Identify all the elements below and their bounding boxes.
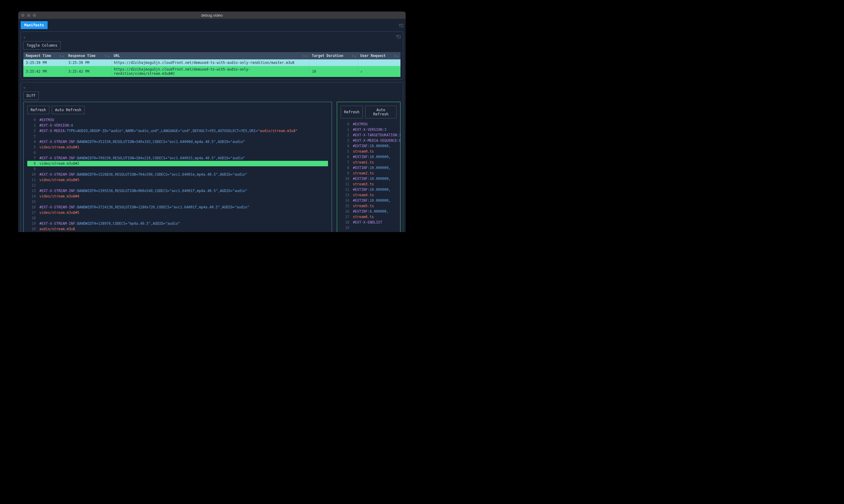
line-number: 20 bbox=[27, 226, 39, 232]
column-header[interactable]: URL⇡⇣ bbox=[111, 52, 310, 59]
sort-desc-icon[interactable]: ⇣ bbox=[108, 54, 109, 57]
chevron-down-icon[interactable]: ⌄ bbox=[23, 85, 25, 89]
code-line[interactable]: 8#EXTINF:10.000000, bbox=[341, 165, 397, 170]
requests-panel: ⌄ ?⃝ Toggle Columns Request Time⇡⇣Respon… bbox=[21, 32, 403, 80]
code-line[interactable]: 9 bbox=[27, 166, 328, 172]
sort-desc-icon[interactable]: ⇣ bbox=[354, 54, 356, 57]
code-line[interactable]: 11stream3.ts bbox=[341, 181, 397, 187]
code-line[interactable]: 16#EXT-X-STREAM-INF:BANDWIDTH=3724136,RE… bbox=[27, 204, 328, 210]
line-content: #EXTINF:10.000000, bbox=[353, 143, 391, 149]
sort-asc-icon[interactable]: ⇡ bbox=[303, 54, 305, 57]
help-icon[interactable]: ?⃝ bbox=[396, 34, 400, 39]
code-line[interactable]: 2#EXT-X-MEDIA:TYPE=AUDIO,GROUP-ID="audio… bbox=[27, 128, 328, 133]
sort-desc-icon[interactable]: ⇣ bbox=[306, 54, 307, 57]
line-number: 1 bbox=[27, 123, 39, 128]
code-line[interactable]: 15 bbox=[27, 199, 328, 204]
line-content: #EXT-X-MEDIA:TYPE=AUDIO,GROUP-ID="audio"… bbox=[39, 128, 298, 133]
code-line[interactable]: 19 bbox=[341, 225, 397, 231]
cell-req: 3:25:39 PM bbox=[23, 59, 66, 66]
checkmark-icon: ✓ bbox=[360, 69, 363, 74]
line-number: 16 bbox=[27, 204, 39, 210]
code-line[interactable]: 5video/stream.m3u8#1 bbox=[27, 144, 328, 150]
line-content: stream3.ts bbox=[353, 181, 374, 187]
sort-asc-icon[interactable]: ⇡ bbox=[394, 54, 396, 57]
line-number: 17 bbox=[341, 214, 353, 220]
code-line[interactable]: 16#EXTINF:6.000000, bbox=[341, 209, 397, 214]
refresh-button[interactable]: Refresh bbox=[27, 106, 49, 114]
column-header[interactable]: Target Duration⇡⇣ bbox=[310, 52, 358, 59]
line-number: 1 bbox=[341, 127, 353, 132]
diff-button[interactable]: Diff bbox=[23, 91, 39, 100]
line-number: 0 bbox=[341, 122, 353, 127]
sort-asc-icon[interactable]: ⇡ bbox=[351, 54, 353, 57]
auto-refresh-button[interactable]: Auto Refresh bbox=[365, 106, 397, 119]
code-line[interactable]: 20audio/stream.m3u8 bbox=[27, 226, 328, 232]
code-line[interactable]: 9stream2.ts bbox=[341, 170, 397, 176]
line-content: #EXT-X-TARGETDURATION:10 bbox=[353, 132, 400, 138]
code-line[interactable]: 17stream6.ts bbox=[341, 214, 397, 220]
line-content: #EXT-X-ENDLIST bbox=[353, 220, 382, 225]
code-line[interactable]: 0#EXTM3U bbox=[27, 117, 328, 123]
code-line[interactable]: 1#EXT-X-VERSION:3 bbox=[341, 127, 397, 132]
code-line[interactable]: 5stream0.ts bbox=[341, 149, 397, 154]
code-line[interactable]: 19#EXT-X-STREAM-INF:BANDWIDTH=138976,COD… bbox=[27, 221, 328, 226]
code-line[interactable]: 3 bbox=[27, 133, 328, 139]
line-content: #EXTM3U bbox=[353, 122, 367, 127]
line-content: #EXT-X-VERSION:3 bbox=[353, 127, 386, 132]
tab-manifests[interactable]: Manifests bbox=[21, 21, 48, 29]
code-line[interactable]: 3#EXT-X-MEDIA-SEQUENCE:0 bbox=[341, 138, 397, 143]
code-line[interactable]: 18#EXT-X-ENDLIST bbox=[341, 220, 397, 225]
code-line[interactable]: 18 bbox=[27, 215, 328, 221]
line-number: 9 bbox=[341, 170, 353, 176]
code-line[interactable]: 7stream1.ts bbox=[341, 160, 397, 165]
content: Manifests ?⃝ ⌄ ?⃝ Toggle Columns Request… bbox=[18, 19, 406, 232]
chevron-down-icon[interactable]: ⌄ bbox=[23, 35, 25, 39]
line-content: stream5.ts bbox=[353, 203, 374, 209]
code-line[interactable]: 6#EXTINF:10.000000, bbox=[341, 154, 397, 160]
code-line[interactable]: 12#EXTINF:10.000000, bbox=[341, 187, 397, 192]
help-icon[interactable]: ?⃝ bbox=[398, 23, 403, 28]
code-line[interactable]: 14video/stream.m3u8#4 bbox=[27, 194, 328, 199]
table-row[interactable]: 3:25:42 PM3:25:42 PMhttps://d2zihajmogu5… bbox=[23, 66, 400, 77]
sort-asc-icon[interactable]: ⇡ bbox=[105, 54, 107, 57]
code-line[interactable]: 10#EXT-X-STREAM-INF:BANDWIDTH=1526836,RE… bbox=[27, 172, 328, 177]
line-number: 13 bbox=[341, 192, 353, 198]
code-line[interactable]: 15stream5.ts bbox=[341, 203, 397, 209]
code-line[interactable]: 1#EXT-X-VERSION:4 bbox=[27, 123, 328, 128]
column-header[interactable]: Response Time⇡⇣ bbox=[66, 52, 111, 59]
code-line[interactable]: 8video/stream.m3u8#2 bbox=[27, 161, 328, 166]
line-content: video/stream.m3u8#1 bbox=[39, 144, 80, 150]
table-row[interactable]: 3:25:39 PM3:25:39 PMhttps://d2zihajmogu5… bbox=[23, 59, 400, 66]
code-line[interactable]: 13#EXT-X-STREAM-INF:BANDWIDTH=2395536,RE… bbox=[27, 188, 328, 194]
line-number: 10 bbox=[341, 176, 353, 181]
line-content: #EXT-X-STREAM-INF:BANDWIDTH=138976,CODEC… bbox=[39, 221, 180, 226]
sort-desc-icon[interactable]: ⇣ bbox=[397, 54, 398, 57]
line-content: #EXTINF:10.000000, bbox=[353, 154, 391, 160]
line-number: 3 bbox=[341, 138, 353, 143]
code-line[interactable]: 7#EXT-X-STREAM-INF:BANDWIDTH=709236,RESO… bbox=[27, 156, 328, 161]
code-line[interactable]: 2#EXT-X-TARGETDURATION:10 bbox=[341, 132, 397, 138]
sort-asc-icon[interactable]: ⇡ bbox=[59, 54, 61, 57]
line-number: 12 bbox=[27, 183, 39, 188]
code-line[interactable]: 4#EXTINF:10.000000, bbox=[341, 143, 397, 149]
requests-table: Request Time⇡⇣Response Time⇡⇣URL⇡⇣Target… bbox=[23, 52, 400, 77]
code-line[interactable]: 6 bbox=[27, 150, 328, 156]
line-number: 18 bbox=[27, 215, 39, 221]
sort-desc-icon[interactable]: ⇣ bbox=[62, 54, 64, 57]
cell-url: https://d2zihajmogu5jn.cloudfront.net/de… bbox=[111, 66, 310, 77]
code-line[interactable]: 0#EXTM3U bbox=[341, 122, 397, 127]
refresh-button[interactable]: Refresh bbox=[341, 106, 363, 119]
line-number: 14 bbox=[341, 198, 353, 203]
code-line[interactable]: 4#EXT-X-STREAM-INF:BANDWIDTH=351536,RESO… bbox=[27, 139, 328, 144]
code-line[interactable]: 11video/stream.m3u8#3 bbox=[27, 177, 328, 183]
auto-refresh-button[interactable]: Auto Refresh bbox=[52, 106, 85, 114]
code-line[interactable]: 12 bbox=[27, 183, 328, 188]
code-line[interactable]: 14#EXTINF:10.000000, bbox=[341, 198, 397, 203]
column-header[interactable]: Request Time⇡⇣ bbox=[23, 52, 66, 59]
column-header[interactable]: User Request⇡⇣ bbox=[358, 52, 400, 59]
toggle-columns-button[interactable]: Toggle Columns bbox=[23, 41, 61, 50]
code-line[interactable]: 17video/stream.m3u8#5 bbox=[27, 210, 328, 215]
code-line[interactable]: 10#EXTINF:10.000000, bbox=[341, 176, 397, 181]
code-line[interactable]: 13stream4.ts bbox=[341, 192, 397, 198]
line-number: 5 bbox=[341, 149, 353, 154]
